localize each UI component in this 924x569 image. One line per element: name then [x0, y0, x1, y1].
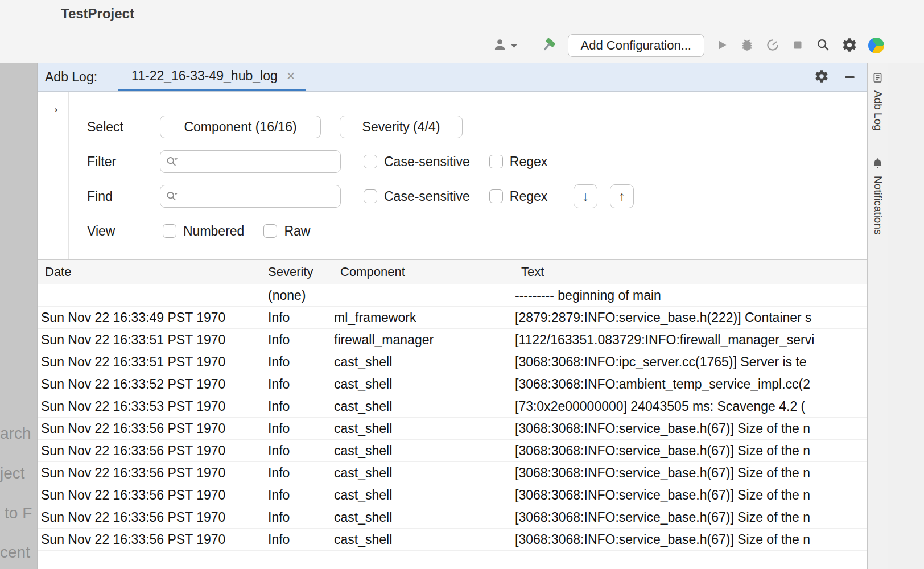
close-tab-icon[interactable]: × — [287, 69, 295, 83]
filter-regex-label: Regex — [510, 154, 547, 170]
column-header-date[interactable]: Date — [38, 260, 263, 284]
run-button[interactable] — [715, 38, 729, 53]
search-everywhere-button[interactable] — [815, 37, 831, 54]
log-date: Sun Nov 22 16:33:51 PST 1970 — [38, 329, 263, 351]
title-bar: TestProject Add Configuration... — [0, 0, 924, 63]
panel-actions — [814, 63, 855, 91]
filter-case-sensitive-label: Case-sensitive — [384, 154, 470, 170]
log-text: [3068:3068:INFO:service_base.h(67)] Size… — [510, 418, 867, 439]
hide-panel-button[interactable] — [845, 76, 855, 78]
table-row[interactable]: Sun Nov 22 16:33:56 PST 1970 Info cast_s… — [38, 418, 867, 440]
log-severity: Info — [263, 462, 329, 484]
raw-label: Raw — [284, 224, 310, 239]
bug-icon — [740, 38, 754, 54]
log-table-body: (none) --------- beginning of main Sun N… — [38, 284, 867, 569]
tool-button-adb-log[interactable]: Adb Log — [872, 72, 884, 131]
table-row[interactable]: Sun Nov 22 16:33:56 PST 1970 Info cast_s… — [38, 529, 867, 551]
log-severity: Info — [263, 351, 329, 373]
severity-filter-button[interactable]: Severity (4/4) — [340, 116, 463, 138]
log-date: Sun Nov 22 16:33:49 PST 1970 — [38, 307, 263, 328]
log-date: Sun Nov 22 16:33:53 PST 1970 — [38, 395, 263, 417]
column-header-severity[interactable]: Severity — [263, 260, 329, 284]
find-regex-label: Regex — [510, 189, 547, 204]
find-next-button[interactable]: ↓ — [574, 184, 597, 208]
settings-button[interactable] — [842, 37, 857, 55]
chevron-down-icon — [510, 42, 518, 50]
log-table: Date Severity Component Text (none) ----… — [38, 259, 867, 569]
table-row[interactable]: Sun Nov 22 16:33:56 PST 1970 Info cast_s… — [38, 440, 867, 462]
filter-regex-checkbox[interactable] — [489, 155, 503, 168]
log-component: ml_framework — [329, 307, 510, 328]
log-component: cast_shell — [329, 373, 510, 395]
select-row: Select Component (16/16) Severity (4/4) — [87, 116, 867, 138]
log-date: Sun Nov 22 16:33:56 PST 1970 — [38, 529, 263, 550]
log-component: cast_shell — [329, 418, 510, 439]
window-title: TestProject — [61, 6, 134, 22]
filter-label: Filter — [87, 154, 160, 170]
table-row[interactable]: Sun Nov 22 16:33:52 PST 1970 Info cast_s… — [38, 373, 867, 395]
build-hammer-button[interactable] — [540, 36, 557, 55]
log-text: [3068:3068:INFO:service_base.h(67)] Size… — [510, 440, 867, 461]
device-manager-button[interactable] — [868, 38, 884, 53]
log-component: cast_shell — [329, 440, 510, 461]
column-header-text[interactable]: Text — [510, 260, 867, 284]
filter-input[interactable] — [160, 151, 340, 172]
user-account-button[interactable] — [492, 37, 518, 54]
run-play-icon — [715, 38, 729, 53]
table-row[interactable]: Sun Nov 22 16:33:56 PST 1970 Info cast_s… — [38, 506, 867, 529]
log-date — [38, 284, 263, 306]
minimize-icon — [845, 76, 855, 78]
table-row[interactable]: Sun Nov 22 16:33:51 PST 1970 Info firewa… — [38, 329, 867, 351]
table-row[interactable]: Sun Nov 22 16:33:51 PST 1970 Info cast_s… — [38, 351, 867, 373]
log-severity: Info — [263, 529, 329, 550]
table-row[interactable]: Sun Nov 22 16:33:56 PST 1970 Info cast_s… — [38, 462, 867, 484]
debug-button[interactable] — [740, 38, 754, 54]
numbered-checkbox[interactable] — [163, 224, 176, 238]
log-component: cast_shell — [329, 506, 510, 528]
log-severity: Info — [263, 418, 329, 439]
column-header-component[interactable]: Component — [329, 260, 510, 284]
find-input[interactable] — [160, 185, 340, 207]
panel-settings-button[interactable] — [814, 69, 829, 85]
hammer-icon — [540, 36, 557, 55]
log-severity: (none) — [263, 284, 329, 306]
log-component: cast_shell — [329, 462, 510, 484]
table-row[interactable]: Sun Nov 22 16:33:49 PST 1970 Info ml_fra… — [38, 307, 867, 329]
log-text: [3068:3068:INFO:service_base.h(67)] Size… — [510, 506, 867, 528]
log-severity: Info — [263, 373, 329, 395]
filter-input-wrap — [160, 150, 341, 173]
log-text: [1122/163351.083729:INFO:firewall_manage… — [510, 329, 867, 351]
log-date: Sun Nov 22 16:33:51 PST 1970 — [38, 351, 263, 373]
filter-case-sensitive-checkbox[interactable] — [364, 155, 377, 168]
table-row[interactable]: Sun Nov 22 16:33:53 PST 1970 Info cast_s… — [38, 395, 867, 418]
log-component: cast_shell — [329, 529, 510, 550]
component-filter-button[interactable]: Component (16/16) — [160, 116, 321, 138]
log-severity: Info — [263, 307, 329, 328]
device-manager-icon — [868, 38, 884, 53]
find-case-sensitive-label: Case-sensitive — [384, 189, 470, 204]
stop-button[interactable] — [791, 38, 805, 53]
log-text: --------- beginning of main — [510, 284, 867, 306]
find-case-sensitive-checkbox[interactable] — [364, 189, 377, 203]
log-text: [73:0x2e00000000] 24043505 ms: Scavenge … — [510, 395, 867, 417]
profiler-button[interactable] — [765, 38, 780, 54]
log-file-tab[interactable]: 11-22_16-33-49_hub_log × — [118, 63, 306, 91]
log-text: [2879:2879:INFO:service_base.h(222)] Con… — [510, 307, 867, 328]
filter-form: Select Component (16/16) Severity (4/4) … — [69, 92, 867, 259]
find-regex-checkbox[interactable] — [489, 189, 503, 203]
add-configuration-button[interactable]: Add Configuration... — [568, 34, 704, 57]
find-previous-button[interactable]: ↑ — [610, 184, 634, 208]
log-document-icon — [872, 72, 884, 85]
gear-icon — [814, 69, 829, 85]
log-date: Sun Nov 22 16:33:56 PST 1970 — [38, 418, 263, 439]
log-severity: Info — [263, 395, 329, 417]
tool-button-label: Notifications — [872, 176, 884, 235]
background-text-fragment: to F — [5, 504, 32, 522]
tab-strip: Adb Log: 11-22_16-33-49_hub_log × — [38, 63, 867, 92]
raw-checkbox[interactable] — [263, 224, 277, 238]
background-text-fragment: cent — [0, 543, 30, 562]
tool-button-notifications[interactable]: Notifications — [872, 157, 884, 235]
table-row[interactable]: Sun Nov 22 16:33:56 PST 1970 Info cast_s… — [38, 484, 867, 506]
table-row[interactable]: (none) --------- beginning of main — [38, 284, 867, 307]
collapse-arrow-button[interactable]: → — [42, 100, 64, 116]
